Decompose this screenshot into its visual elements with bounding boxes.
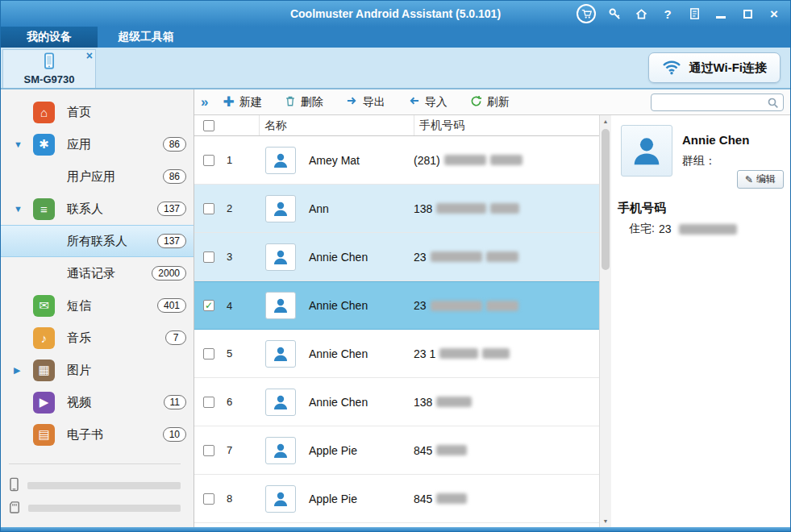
expand-arrow-icon[interactable]: ▼ — [14, 139, 33, 149]
sidebar-list: ⌂ 首页 ▼ ✱ 应用 86 用户应用 86 ▼ ≡ 联系人 137 所有联系人… — [1, 89, 194, 451]
sidebar-item-label: 应用 — [67, 137, 91, 152]
row-number: 3 — [223, 251, 259, 263]
help-icon[interactable]: ? — [660, 6, 676, 22]
row-checkbox[interactable] — [203, 300, 214, 311]
contact-name: Amey Mat — [309, 154, 360, 167]
contact-phone: 845 — [414, 444, 599, 457]
row-number: 8 — [223, 493, 259, 505]
contact-phone: 23 — [414, 251, 599, 264]
row-number: 2 — [223, 202, 259, 214]
search-input[interactable] — [652, 94, 783, 110]
contact-name: Apple Pie — [309, 444, 357, 457]
table-row[interactable]: 5 Annie Chen 23 1 — [194, 330, 599, 378]
row-checkbox[interactable] — [203, 445, 214, 456]
plus-icon: ✚ — [223, 95, 234, 109]
person-icon — [271, 247, 290, 267]
trash-icon — [285, 95, 296, 110]
person-icon — [271, 441, 290, 460]
redacted-blur — [679, 224, 737, 235]
table-row[interactable]: 6 Annie Chen 138 — [194, 378, 599, 426]
redacted-blur — [490, 203, 519, 214]
refresh-button[interactable]: 刷新 — [470, 95, 510, 110]
contact-avatar — [265, 243, 296, 271]
contact-avatar — [265, 437, 296, 464]
table-row[interactable]: 2 Ann 138 — [194, 185, 599, 233]
delete-button[interactable]: 删除 — [285, 95, 323, 110]
sidebar-item-call-logs[interactable]: 通话记录 2000 — [1, 257, 194, 289]
table-header: 名称 手机号码 — [194, 115, 599, 136]
edit-button[interactable]: ✎ 编辑 — [737, 170, 784, 189]
detail-avatar — [621, 125, 672, 177]
column-header-phone[interactable]: 手机号码 — [414, 115, 599, 135]
sidebar-item-sms[interactable]: ✉ 短信 401 — [1, 289, 194, 322]
select-all-checkbox[interactable] — [203, 120, 214, 131]
column-header-name[interactable]: 名称 — [259, 115, 414, 135]
table-row[interactable]: 1 Amey Mat (281) — [194, 136, 599, 185]
count-badge: 137 — [157, 234, 186, 248]
row-number: 6 — [223, 396, 259, 408]
refresh-icon — [470, 95, 482, 110]
redacted-blur — [482, 348, 510, 359]
row-checkbox[interactable] — [203, 203, 214, 214]
table-row[interactable]: 8 Apple Pie 845 — [194, 475, 599, 523]
home-icon[interactable] — [633, 6, 649, 22]
contact-phone: 138 — [414, 396, 599, 409]
search-icon[interactable] — [767, 97, 780, 110]
sidebar-item-music[interactable]: ♪ 音乐 7 — [1, 322, 194, 354]
detail-group-label: 群组： — [682, 154, 716, 168]
contact-phone: 23 1 — [414, 347, 599, 360]
export-button[interactable]: 导出 — [346, 95, 385, 110]
redacted-blur — [436, 203, 486, 214]
register-doc-icon[interactable] — [686, 6, 702, 22]
contact-name: Apple Pie — [309, 493, 357, 505]
tab-my-device[interactable]: 我的设备 — [1, 27, 98, 48]
count-badge: 2000 — [152, 266, 186, 281]
home-phone-value: 23 — [659, 222, 672, 235]
contact-name: Annie Chen — [309, 396, 368, 409]
sidebar-item-icon: ▤ — [33, 424, 55, 446]
sd-card-icon — [9, 501, 20, 516]
close-icon[interactable]: × — [766, 6, 782, 22]
person-icon — [271, 296, 290, 315]
key-icon[interactable] — [606, 6, 622, 22]
table-row[interactable]: 3 Annie Chen 23 — [194, 233, 599, 281]
scrollbar-thumb[interactable] — [602, 129, 610, 270]
device-strip: × SM-G9730 通过Wi-Fi连接 — [1, 48, 790, 89]
row-checkbox[interactable] — [203, 155, 214, 166]
row-checkbox[interactable] — [203, 348, 214, 360]
title-bar: Coolmuster Android Assistant (5.0.101) ?… — [1, 1, 790, 27]
sidebar-item-user-apps[interactable]: 用户应用 86 — [1, 160, 194, 193]
scroll-down-icon[interactable]: ▼ — [600, 515, 611, 527]
sidebar-item-photos[interactable]: ▶ ▦ 图片 — [1, 354, 194, 386]
table-row[interactable]: 7 Apple Pie 845 — [194, 426, 599, 475]
new-button[interactable]: ✚ 新建 — [223, 95, 261, 110]
sidebar-item-apps[interactable]: ▼ ✱ 应用 86 — [1, 128, 194, 160]
row-checkbox[interactable] — [203, 397, 214, 408]
collapse-sidebar-icon[interactable]: » — [201, 94, 208, 110]
device-tab[interactable]: × SM-G9730 — [2, 49, 96, 88]
sidebar-item-label: 所有联系人 — [67, 234, 127, 249]
expand-arrow-icon[interactable]: ▼ — [14, 204, 33, 214]
table-row[interactable]: 4 Annie Chen 23 — [194, 281, 599, 330]
sidebar-item-label: 视频 — [67, 395, 91, 410]
maximize-icon[interactable] — [739, 6, 756, 22]
row-checkbox[interactable] — [203, 251, 214, 263]
sidebar-item-ebooks[interactable]: ▤ 电子书 10 — [1, 418, 194, 451]
sidebar-item-contacts[interactable]: ▼ ≡ 联系人 137 — [1, 193, 194, 225]
store-cart-icon[interactable] — [577, 4, 596, 23]
sidebar-item-icon: ▦ — [33, 360, 55, 381]
home-phone-row: 住宅: 23 — [629, 222, 737, 236]
minimize-icon[interactable] — [713, 6, 729, 22]
sidebar-item-home[interactable]: ⌂ 首页 — [1, 96, 194, 128]
vertical-scrollbar[interactable]: ▲ ▼ — [599, 115, 611, 527]
import-button[interactable]: 导入 — [408, 95, 448, 110]
tab-super-toolkit[interactable]: 超级工具箱 — [98, 27, 194, 48]
row-checkbox[interactable] — [203, 493, 214, 505]
scroll-up-icon[interactable]: ▲ — [600, 115, 611, 127]
wifi-connect-button[interactable]: 通过Wi-Fi连接 — [648, 52, 781, 83]
sidebar-item-label: 图片 — [67, 363, 91, 378]
sidebar-item-videos[interactable]: ▶ 视频 11 — [1, 386, 194, 418]
sidebar-item-all-contacts[interactable]: 所有联系人 137 — [1, 225, 194, 257]
expand-arrow-icon[interactable]: ▶ — [14, 365, 33, 376]
device-close-icon[interactable]: × — [86, 50, 93, 61]
